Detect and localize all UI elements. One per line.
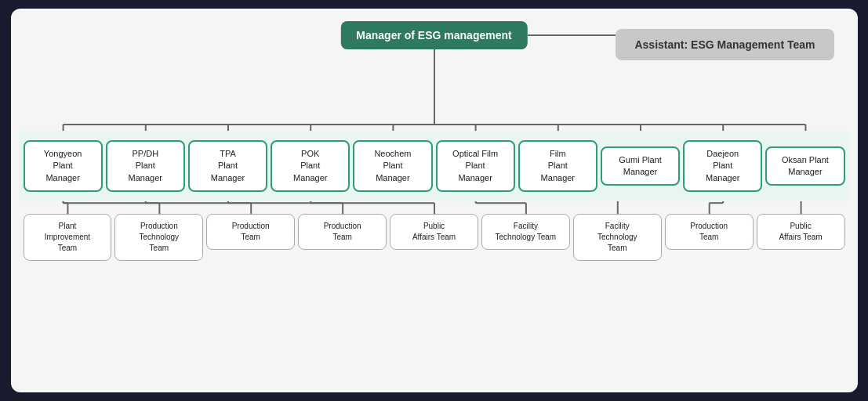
plant-managers-row: YongyeonPlantManager PP/DHPlantManager T… bbox=[24, 140, 845, 192]
node-film: FilmPlantManager bbox=[518, 140, 597, 192]
team-plant-improve: PlantImprovementTeam bbox=[24, 214, 112, 261]
node-ppdh: PP/DHPlantManager bbox=[106, 140, 185, 192]
team-prod-2: ProductionTeam bbox=[298, 214, 387, 250]
team-prod-3: ProductionTeam bbox=[665, 214, 754, 250]
bottom-section: PlantImprovementTeam ProductionTechnolog… bbox=[19, 214, 850, 261]
team-facility-tech-1: FacilityTechnology Team bbox=[481, 214, 570, 250]
assistant-node: Assistant: ESG Management Team bbox=[616, 29, 833, 60]
middle-section: YongyeonPlantManager PP/DHPlantManager T… bbox=[19, 131, 850, 201]
team-facility-tech-2: FacilityTechnologyTeam bbox=[573, 214, 662, 261]
team-public-affairs-2: PublicAffairs Team bbox=[757, 214, 845, 250]
node-pok: POKPlantManager bbox=[271, 140, 350, 192]
team-prod-1: ProductionTeam bbox=[206, 214, 295, 250]
team-public-affairs-1: PublicAffairs Team bbox=[390, 214, 478, 250]
org-chart: Manager of ESG management Assistant: ESG… bbox=[11, 9, 858, 392]
top-section: Manager of ESG management Assistant: ESG… bbox=[19, 21, 850, 84]
root-label: Manager of ESG management bbox=[356, 29, 511, 42]
node-tpa: TPAPlantManager bbox=[188, 140, 267, 192]
root-node: Manager of ESG management bbox=[340, 21, 527, 49]
team-prod-tech: ProductionTechnologyTeam bbox=[114, 214, 203, 261]
node-gumi: Gumi PlantManager bbox=[601, 146, 680, 186]
node-neochem: NeochemPlantManager bbox=[353, 140, 432, 192]
node-daejeon: DaejeonPlantManager bbox=[683, 140, 762, 192]
node-oksan: Oksan PlantManager bbox=[765, 146, 844, 186]
assistant-label: Assistant: ESG Management Team bbox=[634, 38, 815, 51]
teams-row: PlantImprovementTeam ProductionTechnolog… bbox=[19, 214, 850, 261]
node-yongyeon: YongyeonPlantManager bbox=[24, 140, 103, 192]
node-opticalfilm: Optical FilmPlantManager bbox=[436, 140, 515, 192]
